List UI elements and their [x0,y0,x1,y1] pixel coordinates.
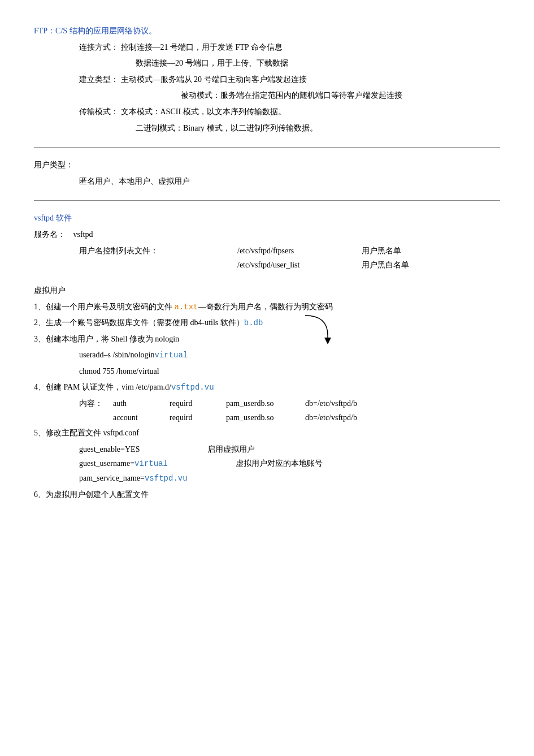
transfer-binary: 二进制模式：Binary 模式，以二进制序列传输数据。 [136,121,500,136]
ftp-label: FTP：C/S 结构的应用层网络协议。 [34,27,157,35]
divider-2 [34,200,500,201]
step5-cmd3-row: pam_service_name=vsftpd.vu [79,471,500,486]
step4-content-row: 内容： auth requird pam_userdb.so db=/etc/v… [79,396,500,425]
user-types-list: 匿名用户、本地用户、虚拟用户 [79,174,500,189]
step3-cmd1: useradd–s /sbin/nologinvirtual [79,348,500,363]
pam-auth-col4: db=/etc/vsftpd/b [305,396,357,411]
service-name-row: 服务名： vsftpd [34,227,500,243]
ftp-title: FTP：C/S 结构的应用层网络协议。 [34,24,500,39]
pam-account-col2: requird [170,411,215,425]
ftp-section: FTP：C/S 结构的应用层网络协议。 连接方式： 控制连接—21 号端口，用于… [34,24,500,136]
step5-cmd3: pam_service_name=vsftpd.vu [79,474,188,482]
step1: 1、创建一个用户账号及明文密码的文件 a.txt—奇数行为用户名，偶数行为明文密… [34,300,500,315]
step2-file: b.db [244,318,263,327]
build-type-passive: 被动模式：服务端在指定范围内的随机端口等待客户端发起连接 [181,88,500,103]
step5-vu: vsftpd.vu [145,474,188,483]
empty-col [79,258,203,272]
pam-account-col3: pam_userdb.so [226,411,294,425]
control-file-label: 用户名控制列表文件： [79,244,203,258]
step5: 5、修改主配置文件 vsftpd.conf [34,426,500,441]
pam-account-row: account requird pam_userdb.so db=/etc/vs… [113,411,357,425]
step3-cmd2: chmod 755 /home/virtual [79,364,500,379]
step5-cmd2: guest_username=virtual [79,456,168,471]
pam-auth-col3: pam_userdb.so [226,396,294,411]
pam-auth-row: auth requird pam_userdb.so db=/etc/vsftp… [113,396,357,411]
step5-virtual: virtual [134,459,168,468]
pam-auth-col2: requird [170,396,215,411]
arrow-icon [271,313,339,347]
control-file-row: 用户名控制列表文件： /etc/vsftpd/ftpsers 用户黑名单 [79,244,500,258]
step5-cmds: guest_enable=YES 启用虚拟用户 guest_username=v… [79,442,500,486]
step5-cmd2-row: guest_username=virtual 虚拟用户对应的本地账号 [79,456,500,471]
step5-cmd1: guest_enable=YES [79,442,140,456]
user-list-row: /etc/vsftpd/user_list 用户黑白名单 [79,258,500,272]
connection-label: 连接方式： 控制连接—21 号端口，用于发送 FTP 命令信息 [79,40,500,55]
step1-file: a.txt [175,303,198,312]
user-types-title: 用户类型： [34,158,500,173]
build-type-label: 建立类型： 主动模式—服务端从 20 号端口主动向客户端发起连接 [79,72,500,88]
pam-account-col4: db=/etc/vsftpd/b [305,411,357,425]
step4: 4、创建 PAM 认证文件，vim /etc/pam.d/vsftpd.vu [34,380,500,395]
vsftpd-label: vsftpd 软件 [34,214,72,222]
virtual-user-section: 虚拟用户 1、创建一个用户账号及明文密码的文件 a.txt—奇数行为用户名，偶数… [34,283,500,502]
ftpsers-desc: 用户黑名单 [362,244,407,258]
pam-account-col1: account [113,411,158,425]
user-types-section: 用户类型： 匿名用户、本地用户、虚拟用户 [34,158,500,189]
vsftpd-title: vsftpd 软件 [34,211,500,226]
vsftpd-section: vsftpd 软件 服务名： vsftpd 用户名控制列表文件： /etc/vs… [34,211,500,272]
step2: 2、生成一个账号密码数据库文件（需要使用 db4-utils 软件）b.db [34,316,500,331]
step4-file: vsftpd.vu [171,383,214,392]
content-label: 内容： [79,396,113,425]
transfer-label: 传输模式： 文本模式：ASCII 模式，以文本序列传输数据。 [79,105,500,120]
step3-virtual: virtual [154,351,188,360]
user-list-path: /etc/vsftpd/user_list [237,258,328,272]
virtual-user-title: 虚拟用户 [34,283,500,299]
step5-cmd2-desc: 虚拟用户对应的本地账号 [236,456,323,470]
pam-auth-col1: auth [113,396,158,411]
connection-data: 数据连接—20 号端口，用于上传、下载数据 [136,56,500,71]
step5-cmd1-row: guest_enable=YES 启用虚拟用户 [79,442,500,456]
pam-table: auth requird pam_userdb.so db=/etc/vsftp… [113,396,357,425]
ftpsers-path: /etc/vsftpd/ftpsers [237,244,328,258]
step5-cmd1-desc: 启用虚拟用户 [207,442,255,456]
divider-1 [34,147,500,148]
step3: 3、创建本地用户，将 Shell 修改为 nologin [34,332,500,347]
user-list-desc: 用户黑白名单 [362,258,409,272]
step6: 6、为虚拟用户创建个人配置文件 [34,487,500,503]
